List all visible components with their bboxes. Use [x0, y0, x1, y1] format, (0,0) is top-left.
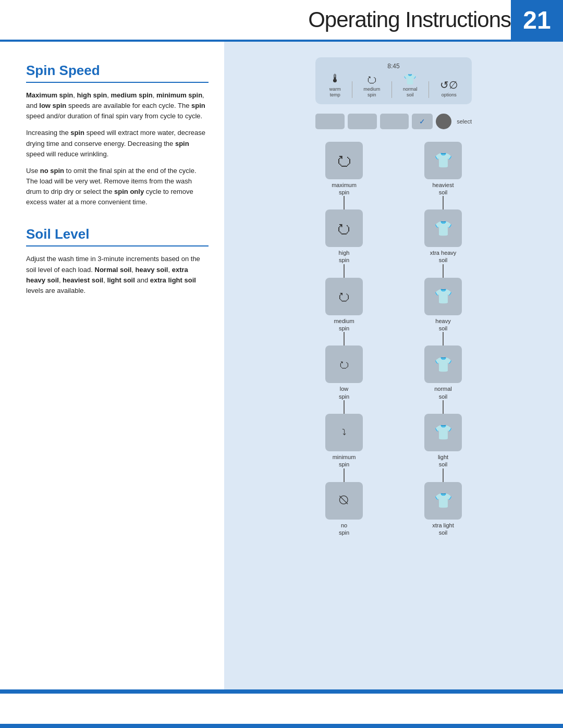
- connector-spin-4: [344, 400, 345, 414]
- diagram-item-no-spin: ⦰ nospin: [325, 482, 363, 537]
- control-divider-3: [429, 81, 429, 98]
- xtra-light-soil-label: xtra lightsoil: [432, 522, 454, 537]
- footer-space: [0, 694, 563, 724]
- circle-button[interactable]: [436, 114, 451, 129]
- button-2[interactable]: [348, 114, 377, 129]
- header: Operating Instructions 21: [0, 0, 563, 42]
- diagram-item-max-spin: ⭮ maximumspin: [325, 142, 363, 196]
- control-display: 8:45 🌡 warmtemp ⭮ mediumspin 👕 normalsoi: [315, 57, 472, 104]
- min-spin-icon-box: ⤵: [325, 414, 363, 451]
- normal-soil-label: normalsoil: [403, 87, 418, 98]
- control-normal-soil: 👕 normalsoil: [403, 73, 418, 98]
- diagram-item-heavy-soil: 👕 heavysoil: [424, 278, 462, 332]
- diagram-item-light-soil: 👕 lightsoil: [424, 414, 462, 468]
- medium-spin-icon-box: ⭮: [325, 278, 363, 315]
- soil-column: 👕 heaviestsoil 👕 xtra heavysoil: [409, 142, 477, 537]
- high-spin-icon-box: ⭮: [325, 209, 363, 247]
- low-spin-label: lowspin: [339, 385, 349, 400]
- min-spin-label: minimumspin: [333, 453, 356, 468]
- page-wrapper: Operating Instructions 21 Spin Speed Max…: [0, 0, 563, 728]
- xtra-light-soil-icon: 👕: [434, 492, 452, 509]
- connector-spin-2: [344, 264, 345, 278]
- soil-level-para-1: Adjust the wash time in 3-minute increme…: [26, 254, 209, 296]
- medium-spin-icon: ⭮: [338, 289, 350, 304]
- max-spin-label: maximumspin: [332, 181, 357, 196]
- shirt-icon: 👕: [403, 73, 417, 85]
- spin-speed-para-3: Use no spin to omit the final spin at th…: [26, 166, 209, 208]
- medium-spin-label: mediumspin: [334, 317, 354, 332]
- diagram-item-low-spin: ⭮ lowspin: [325, 346, 363, 400]
- heavy-soil-label: heavysoil: [435, 317, 450, 332]
- no-spin-icon-box: ⦰: [325, 482, 363, 520]
- light-soil-icon-box: 👕: [424, 414, 462, 451]
- normal-soil-icon-box: 👕: [424, 346, 462, 383]
- heavy-soil-icon-box: 👕: [424, 278, 462, 315]
- low-spin-icon: ⭮: [339, 359, 349, 371]
- control-icons-row: 🌡 warmtemp ⭮ mediumspin 👕 normalsoil: [324, 72, 463, 98]
- heavy-soil-icon: 👕: [434, 288, 452, 305]
- no-spin-label: nospin: [339, 522, 349, 537]
- control-options: ↺∅ options: [440, 79, 458, 98]
- high-spin-icon: ⭮: [337, 220, 351, 237]
- button-3[interactable]: [380, 114, 409, 129]
- control-time: 8:45: [324, 63, 463, 70]
- chevron-button[interactable]: ✓: [412, 114, 433, 129]
- soil-level-section: Soil Level Adjust the wash time in 3-min…: [26, 226, 209, 296]
- diagram-item-heaviest-soil: 👕 heaviestsoil: [424, 142, 462, 196]
- spin-column: ⭮ maximumspin ⭮ highspin: [310, 142, 378, 537]
- spin-speed-para-1: Maximum spin, high spin, medium spin, mi…: [26, 90, 209, 121]
- high-spin-label: highspin: [339, 249, 350, 264]
- page-title: Operating Instructions: [308, 7, 511, 32]
- no-spin-icon: ⦰: [339, 492, 350, 509]
- footer-top-bar: [0, 689, 563, 694]
- connector-soil-1: [443, 196, 444, 209]
- diagram-item-xtra-light-soil: 👕 xtra lightsoil: [424, 482, 462, 537]
- control-divider-2: [391, 81, 392, 98]
- right-panel: 8:45 🌡 warmtemp ⭮ mediumspin 👕 normalsoi: [224, 42, 563, 689]
- spin-speed-section: Spin Speed Maximum spin, high spin, medi…: [26, 63, 209, 207]
- max-spin-icon-box: ⭮: [325, 142, 363, 179]
- spin-speed-title: Spin Speed: [26, 63, 209, 79]
- diagram-item-min-spin: ⤵ minimumspin: [325, 414, 363, 468]
- main-content: Spin Speed Maximum spin, high spin, medi…: [0, 42, 563, 689]
- select-label: select: [457, 118, 472, 125]
- soil-level-title: Soil Level: [26, 226, 209, 242]
- left-content: Spin Speed Maximum spin, high spin, medi…: [0, 42, 224, 689]
- spin-speed-divider: [26, 82, 209, 83]
- diagram-item-xtra-heavy-soil: 👕 xtra heavysoil: [424, 209, 462, 264]
- xtra-heavy-soil-icon: 👕: [434, 220, 452, 237]
- connector-spin-1: [344, 196, 345, 209]
- xtra-light-soil-icon-box: 👕: [424, 482, 462, 520]
- max-spin-icon: ⭮: [336, 152, 352, 169]
- control-warm-temp: 🌡 warmtemp: [329, 72, 341, 98]
- spin-icon: ⭮: [366, 73, 377, 85]
- spin-speed-para-2: Increasing the spin speed will extract m…: [26, 128, 209, 159]
- control-medium-spin: ⭮ mediumspin: [363, 73, 380, 98]
- light-soil-icon: 👕: [434, 424, 452, 441]
- light-soil-label: lightsoil: [438, 453, 448, 468]
- options-icon: ↺∅: [440, 79, 458, 91]
- low-spin-icon-box: ⭮: [325, 346, 363, 383]
- connector-spin-3: [344, 332, 345, 346]
- xtra-heavy-soil-label: xtra heavysoil: [430, 249, 457, 264]
- connector-soil-5: [443, 468, 444, 482]
- header-title-area: Operating Instructions: [0, 0, 511, 40]
- connector-soil-3: [443, 332, 444, 346]
- connector-soil-2: [443, 264, 444, 278]
- diagram-item-medium-spin: ⭮ mediumspin: [325, 278, 363, 332]
- diagram-columns: ⭮ maximumspin ⭮ highspin: [310, 142, 477, 537]
- buttons-row: ✓ select: [315, 114, 472, 129]
- medium-spin-label: mediumspin: [363, 87, 380, 98]
- button-1[interactable]: [315, 114, 345, 129]
- min-spin-icon: ⤵: [342, 428, 346, 437]
- soil-level-divider: [26, 245, 209, 246]
- connector-soil-4: [443, 400, 444, 414]
- diagram-item-normal-soil: 👕 normalsoil: [424, 346, 462, 400]
- control-divider-1: [352, 81, 352, 98]
- normal-soil-label: normalsoil: [434, 385, 452, 400]
- thermometer-icon: 🌡: [329, 72, 341, 85]
- heaviest-soil-label: heaviestsoil: [433, 181, 454, 196]
- page-number: 21: [511, 0, 563, 40]
- warm-temp-label: warmtemp: [329, 87, 341, 98]
- diagram-item-high-spin: ⭮ highspin: [325, 209, 363, 264]
